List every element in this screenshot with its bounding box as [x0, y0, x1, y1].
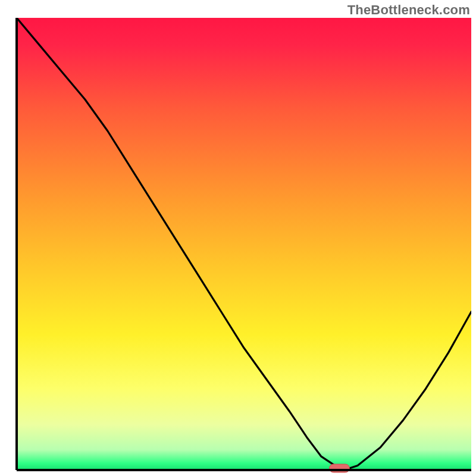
chart-frame: TheBottleneck.com: [0, 0, 476, 476]
bottleneck-chart: [0, 0, 476, 476]
gradient-fill: [17, 18, 471, 470]
